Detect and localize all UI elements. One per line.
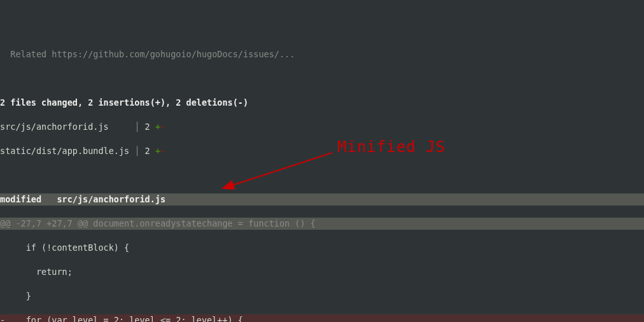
ctx: if (!contentBlock) {: [0, 242, 644, 254]
file-header-1: modified src/js/anchorforid.js: [0, 193, 644, 206]
top-context-line: Related https://github.com/gohugoio/hugo…: [0, 48, 644, 60]
diff-summary: 2 files changed, 2 insertions(+), 2 dele…: [0, 97, 644, 109]
plus-icon: +: [155, 146, 160, 156]
filestat-row-0: src/js/anchorforid.js │ 2 +-: [0, 121, 644, 133]
hunk-header-1: @@ -27,7 +27,7 @@ document.onreadystatec…: [0, 218, 644, 230]
minus-icon: -: [160, 146, 165, 156]
deleted-line: - for (var level = 2; level <= 2; level+…: [0, 314, 644, 322]
filestat-name: src/js/anchorforid.js: [0, 122, 109, 132]
annotation-label: Minified JS: [337, 141, 445, 153]
pad: [109, 122, 135, 132]
bar: │: [134, 146, 144, 156]
ctx: }: [0, 290, 644, 302]
minus-icon: -: [160, 122, 165, 132]
bar: │: [134, 122, 144, 132]
ctx: return;: [0, 266, 644, 278]
filestat-row-1: static/dist/app.bundle.js │ 2 +-: [0, 145, 644, 157]
blank-2: [0, 169, 644, 181]
blank-1: [0, 73, 644, 85]
plus-icon: +: [155, 122, 160, 132]
filestat-count: 2: [145, 146, 150, 156]
filestat-count: 2: [145, 122, 150, 132]
filestat-name: static/dist/app.bundle.js: [0, 146, 129, 156]
file-path: src/js/anchorforid.js: [57, 194, 165, 204]
modified-label: modified: [0, 194, 57, 204]
